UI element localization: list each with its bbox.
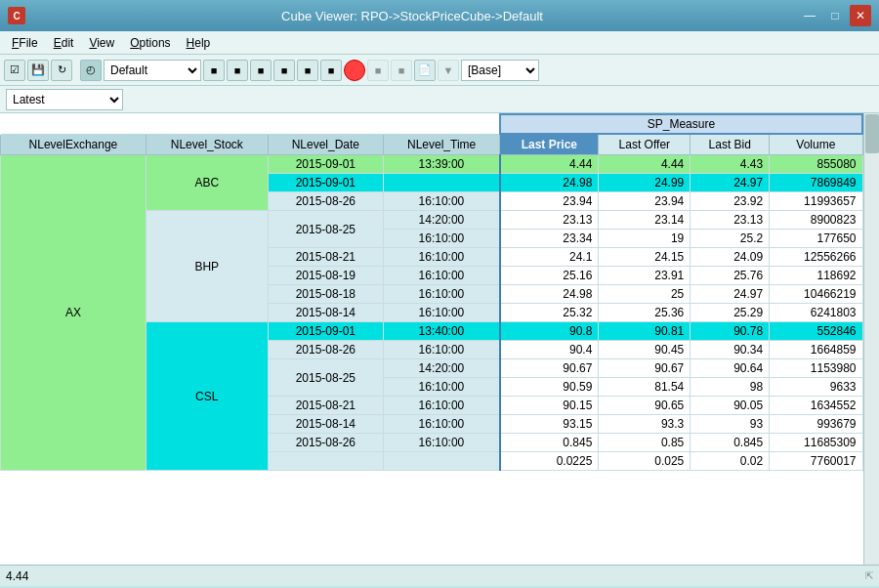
toolbar-save[interactable]: 💾	[27, 60, 49, 81]
toolbar-btn8[interactable]: ■	[391, 60, 412, 81]
cell-lastBid: 23.92	[691, 192, 770, 211]
cell-volume: 1664859	[770, 341, 862, 359]
cell-date: 2015-08-26	[268, 192, 383, 211]
cell-volume: 1153980	[770, 359, 862, 378]
cell-lastOffer: 93.3	[599, 415, 691, 434]
toolbar-checkbox[interactable]: ☑	[4, 60, 25, 81]
main-content: SP_Measure NLevelExchange NLevel_Stock N…	[0, 113, 879, 565]
cell-time: 13:40:00	[383, 322, 499, 341]
cell-lastBid: 90.34	[691, 341, 770, 359]
cell-lastPrice: 23.94	[500, 192, 599, 211]
cell-lastOffer: 4.44	[599, 155, 691, 174]
table-container[interactable]: SP_Measure NLevelExchange NLevel_Stock N…	[0, 113, 879, 565]
cell-lastOffer: 90.81	[599, 322, 691, 341]
status-bar: 4.44 ⇱	[0, 565, 879, 586]
cell-lastOffer: 0.025	[599, 452, 691, 471]
cell-lastOffer: 90.67	[599, 359, 691, 378]
menu-edit[interactable]: Edit	[46, 34, 82, 52]
cell-time: 16:10:00	[383, 378, 499, 397]
cell-lastPrice: 0.845	[500, 434, 599, 452]
app-icon: C	[8, 7, 25, 24]
cell-date: 2015-08-26	[268, 434, 383, 452]
close-button[interactable]: ✕	[850, 5, 871, 26]
cell-exchange: AX	[1, 155, 146, 471]
cell-volume: 7760017	[770, 452, 862, 471]
default-select[interactable]: Default	[104, 60, 201, 81]
cell-volume: 1634552	[770, 397, 862, 415]
scrollbar-thumb[interactable]	[865, 114, 879, 153]
cell-time: 14:20:00	[383, 359, 499, 378]
cell-lastBid: 25.76	[691, 267, 770, 285]
cell-time: 14:20:00	[383, 211, 499, 230]
cell-time: 16:10:00	[383, 397, 499, 415]
cell-lastOffer: 23.94	[599, 192, 691, 211]
cell-date: 2015-08-14	[268, 415, 383, 434]
empty-header	[1, 114, 500, 134]
menu-options[interactable]: Options	[122, 34, 178, 52]
sp-measure-header-row: SP_Measure	[1, 114, 863, 134]
header-stock: NLevel_Stock	[146, 134, 268, 155]
cell-time: 16:10:00	[383, 248, 499, 267]
cell-lastBid: 93	[691, 415, 770, 434]
header-volume: Volume	[770, 134, 862, 155]
base-select[interactable]: [Base]	[461, 60, 539, 81]
cell-lastPrice: 24.98	[500, 174, 599, 192]
cell-volume: 993679	[770, 415, 862, 434]
header-exchange: NLevelExchange	[1, 134, 146, 155]
toolbar-btn3[interactable]: ■	[250, 60, 272, 81]
cell-volume: 8900823	[770, 211, 862, 230]
cell-lastPrice: 90.15	[500, 397, 599, 415]
cell-lastPrice: 90.67	[500, 359, 599, 378]
toolbar: ☑ 💾 ↻ ◴ Default ■ ■ ■ ■ ■ ■ ■ ■ 📄 ▼ [Bas…	[0, 55, 879, 86]
cell-lastPrice: 24.1	[500, 248, 599, 267]
cell-lastOffer: 90.45	[599, 341, 691, 359]
toolbar-btn7[interactable]: ■	[367, 60, 389, 81]
cell-volume: 11685309	[770, 434, 862, 452]
toolbar-btn1[interactable]: ■	[203, 60, 225, 81]
latest-select[interactable]: Latest	[6, 89, 123, 110]
cell-date	[268, 452, 383, 471]
cell-date: 2015-08-18	[268, 285, 383, 304]
menu-help[interactable]: Help	[179, 34, 219, 52]
cell-lastOffer: 24.99	[599, 174, 691, 192]
table-row: AXABC2015-09-0113:39:004.444.444.4385508…	[1, 155, 863, 174]
minimize-button[interactable]: —	[799, 5, 820, 26]
toolbar-btn4[interactable]: ■	[273, 60, 295, 81]
cell-time: 16:10:00	[383, 434, 499, 452]
menu-file[interactable]: FFile	[4, 34, 46, 52]
toolbar-stop[interactable]	[344, 60, 365, 81]
toolbar-btn10[interactable]: ▼	[438, 60, 459, 81]
cell-stock: BHP	[146, 211, 268, 322]
cell-time: 16:10:00	[383, 230, 499, 248]
cell-lastOffer: 81.54	[599, 378, 691, 397]
cell-volume: 6241803	[770, 304, 862, 322]
maximize-button[interactable]: □	[824, 5, 846, 26]
toolbar-btn5[interactable]: ■	[297, 60, 318, 81]
cell-lastOffer: 0.85	[599, 434, 691, 452]
toolbar-grid[interactable]: ◴	[80, 60, 102, 81]
toolbar-btn2[interactable]: ■	[227, 60, 248, 81]
table-body: AXABC2015-09-0113:39:004.444.444.4385508…	[1, 155, 863, 471]
cell-date: 2015-08-19	[268, 267, 383, 285]
toolbar-btn6[interactable]: ■	[320, 60, 342, 81]
vertical-scrollbar[interactable]	[863, 113, 879, 565]
cell-date: 2015-08-21	[268, 397, 383, 415]
cell-lastOffer: 25.36	[599, 304, 691, 322]
cell-lastPrice: 23.34	[500, 230, 599, 248]
cell-time: 16:10:00	[383, 341, 499, 359]
cell-lastPrice: 0.0225	[500, 452, 599, 471]
cell-volume: 855080	[770, 155, 862, 174]
cell-volume: 9633	[770, 378, 862, 397]
cell-volume: 11993657	[770, 192, 862, 211]
cell-lastOffer: 25	[599, 285, 691, 304]
cell-lastOffer: 24.15	[599, 248, 691, 267]
cell-lastBid: 90.05	[691, 397, 770, 415]
toolbar-btn9[interactable]: 📄	[414, 60, 436, 81]
toolbar-refresh[interactable]: ↻	[51, 60, 72, 81]
resize-icon: ⇱	[865, 570, 873, 581]
window-title: Cube Viewer: RPO->StockPriceCube->Defaul…	[25, 9, 799, 23]
menu-view[interactable]: View	[81, 34, 122, 52]
cell-time: 16:10:00	[383, 267, 499, 285]
cell-date: 2015-08-25	[268, 211, 383, 248]
cell-lastBid: 23.13	[691, 211, 770, 230]
